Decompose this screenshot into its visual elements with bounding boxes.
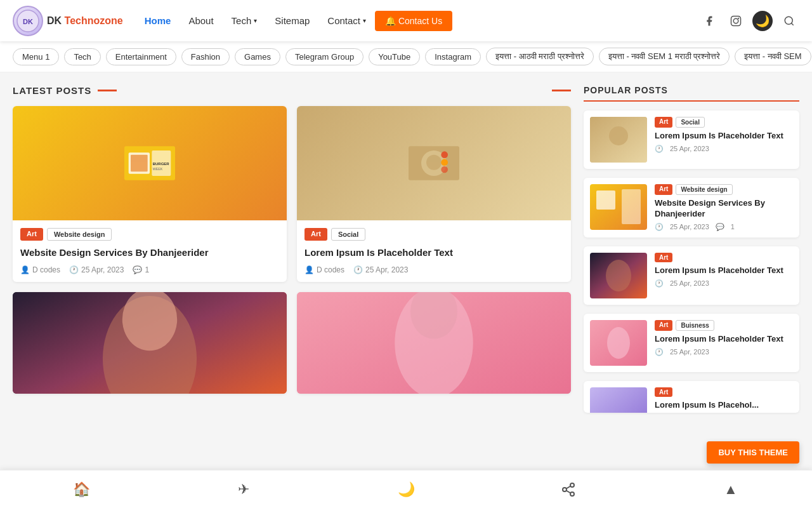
popular-post-img-3 — [590, 253, 647, 298]
svg-point-4 — [738, 17, 739, 18]
popular-post-title-1: Lorem Ipsum Is Placeholder Text — [655, 131, 793, 142]
svg-point-14 — [426, 155, 442, 170]
posts-grid-lower — [13, 292, 571, 394]
svg-point-25 — [609, 126, 628, 145]
pop-tag-website-2[interactable]: Website design — [676, 184, 732, 195]
tech-dropdown-arrow: ▾ — [254, 17, 257, 24]
popular-post-body-5: Art Lorem Ipsum Is Placehol... 🕐 25 Apr,… — [655, 387, 793, 406]
popular-post-5[interactable]: Art Lorem Ipsum Is Placehol... 🕐 25 Apr,… — [584, 381, 799, 413]
facebook-icon[interactable] — [699, 11, 719, 31]
pop-tag-social-1[interactable]: Social — [676, 117, 704, 128]
post-image-1: BURGER WEEK — [13, 106, 287, 220]
pop-tag-art-4[interactable]: Art — [655, 320, 672, 331]
menu-item-instagram[interactable]: Instagram — [425, 48, 481, 65]
popular-post-img-5 — [590, 387, 647, 413]
tag-art-1[interactable]: Art — [20, 228, 43, 241]
menu-item-fashion[interactable]: Fashion — [181, 48, 230, 65]
popular-post-img-4 — [590, 320, 647, 366]
nav-home[interactable]: Home — [136, 10, 180, 31]
logo-icon: DK — [13, 6, 43, 36]
latest-posts-header: LATEST POSTS — [13, 85, 571, 96]
popular-post-meta-3: 🕐 25 Apr, 2023 — [655, 279, 793, 288]
menu-bar: Menu 1 Tech Entertainment Fashion Games … — [0, 41, 812, 72]
nav-contact-us[interactable]: 🔔 Contact Us — [375, 11, 452, 31]
pop-date-icon-2: 🕐 — [655, 223, 664, 231]
svg-point-3 — [733, 18, 738, 23]
clock-icon-2: 🕐 — [353, 265, 363, 274]
popular-post-3[interactable]: Art Lorem Ipsum Is Placeholder Text 🕐 25… — [584, 246, 799, 305]
popular-post-meta-1: 🕐 25 Apr, 2023 — [655, 145, 793, 153]
popular-post-1[interactable]: Art Social Lorem Ipsum Is Placeholder Te… — [584, 110, 799, 169]
post-comments-1: 💬 1 — [133, 265, 149, 274]
post-title-2: Lorem Ipsum Is Placeholder Text — [304, 246, 563, 259]
pop-tag-buisness-4[interactable]: Buisness — [676, 320, 714, 331]
svg-text:WEEK: WEEK — [153, 167, 163, 171]
pop-tag-art-5[interactable]: Art — [655, 387, 672, 397]
menu-item-games[interactable]: Games — [235, 48, 280, 65]
svg-text:BURGER: BURGER — [153, 162, 170, 166]
content-area: LATEST POSTS BURGER WEEK — [13, 85, 571, 422]
popular-post-title-4: Lorem Ipsum Is Placeholder Text — [655, 334, 793, 345]
dark-mode-icon[interactable]: 🌙 — [752, 11, 773, 31]
pop-date-icon-3: 🕐 — [655, 279, 664, 288]
svg-rect-8 — [131, 155, 148, 172]
menu-item-marathi-8[interactable]: इयत्ता - आठवी मराठी प्रश्नोत्तरे — [486, 48, 594, 65]
popular-post-title-2: Website Design Services By Dhanjeerider — [655, 198, 793, 220]
menu-item-menu1[interactable]: Menu 1 — [13, 48, 59, 65]
post-card-1[interactable]: BURGER WEEK Art Website design Website D… — [13, 106, 287, 282]
popular-post-tags-1: Art Social — [655, 117, 793, 128]
popular-posts-title: POPULAR POSTS — [584, 85, 799, 102]
post-body-2: Art Social Lorem Ipsum Is Placeholder Te… — [297, 220, 571, 282]
menu-item-marathi-9-sem[interactable]: इयत्ता - नववी SEM — [735, 48, 811, 65]
nav-tech[interactable]: Tech ▾ — [223, 10, 266, 31]
popular-post-tags-3: Art — [655, 253, 793, 262]
popular-post-title-3: Lorem Ipsum Is Placeholder Text — [655, 265, 793, 276]
nav-sitemap[interactable]: Sitemap — [266, 10, 318, 31]
tag-social-2[interactable]: Social — [331, 228, 365, 241]
svg-point-16 — [441, 159, 448, 166]
svg-point-15 — [441, 151, 448, 158]
tag-website-1[interactable]: Website design — [47, 228, 112, 241]
author-icon-1: 👤 — [20, 265, 30, 274]
post-tags-2: Art Social — [304, 228, 563, 241]
svg-text:DK: DK — [23, 18, 33, 25]
comment-icon-1: 💬 — [133, 265, 142, 274]
popular-post-body-3: Art Lorem Ipsum Is Placeholder Text 🕐 25… — [655, 253, 793, 298]
logo-text: DK Technozone — [47, 15, 123, 27]
popular-post-meta-4: 🕐 25 Apr, 2023 — [655, 348, 793, 356]
post-meta-1: 👤 D codes 🕐 25 Apr, 2023 💬 1 — [20, 265, 279, 274]
popular-post-body-4: Art Buisness Lorem Ipsum Is Placeholder … — [655, 320, 793, 366]
post-card-3[interactable] — [13, 292, 287, 394]
popular-post-img-2 — [590, 184, 647, 230]
pop-tag-art-1[interactable]: Art — [655, 117, 672, 128]
instagram-icon[interactable] — [726, 11, 746, 31]
main-nav: Home About Tech ▾ Sitemap Contact ▾ 🔔 Co… — [136, 10, 693, 31]
pop-tag-art-3[interactable]: Art — [655, 253, 672, 262]
logo[interactable]: DK DK Technozone — [13, 6, 123, 36]
posts-grid-top: BURGER WEEK Art Website design Website D… — [13, 106, 571, 282]
post-card-4[interactable] — [297, 292, 571, 394]
menu-item-telegram-group[interactable]: Telegram Group — [285, 48, 363, 65]
tag-art-2[interactable]: Art — [304, 228, 327, 241]
popular-post-2[interactable]: Art Website design Website Design Servic… — [584, 178, 799, 237]
menu-item-youtube[interactable]: YouTube — [369, 48, 420, 65]
popular-post-body-2: Art Website design Website Design Servic… — [655, 184, 793, 231]
pop-comment-icon-2: 💬 — [716, 223, 724, 231]
menu-item-marathi-9-sem1[interactable]: इयत्ता - नववी SEM 1 मराठी प्रश्नोत्तरे — [599, 48, 730, 65]
popular-post-tags-5: Art — [655, 387, 793, 397]
post-card-2[interactable]: Art Social Lorem Ipsum Is Placeholder Te… — [297, 106, 571, 282]
popular-post-title-5: Lorem Ipsum Is Placehol... — [655, 400, 793, 411]
pop-date-icon-1: 🕐 — [655, 145, 664, 153]
svg-rect-28 — [622, 189, 641, 224]
nav-contact[interactable]: Contact ▾ — [318, 10, 375, 31]
menu-item-tech[interactable]: Tech — [64, 48, 100, 65]
menu-item-entertainment[interactable]: Entertainment — [106, 48, 176, 65]
search-icon[interactable] — [779, 11, 799, 31]
svg-point-32 — [607, 327, 630, 359]
header: DK DK Technozone Home About Tech ▾ Sitem… — [0, 0, 812, 41]
popular-post-4[interactable]: Art Buisness Lorem Ipsum Is Placeholder … — [584, 314, 799, 372]
pop-tag-art-2[interactable]: Art — [655, 184, 672, 195]
post-date-2: 🕐 25 Apr, 2023 — [353, 265, 408, 274]
post-image-2 — [297, 106, 571, 220]
nav-about[interactable]: About — [180, 10, 222, 31]
